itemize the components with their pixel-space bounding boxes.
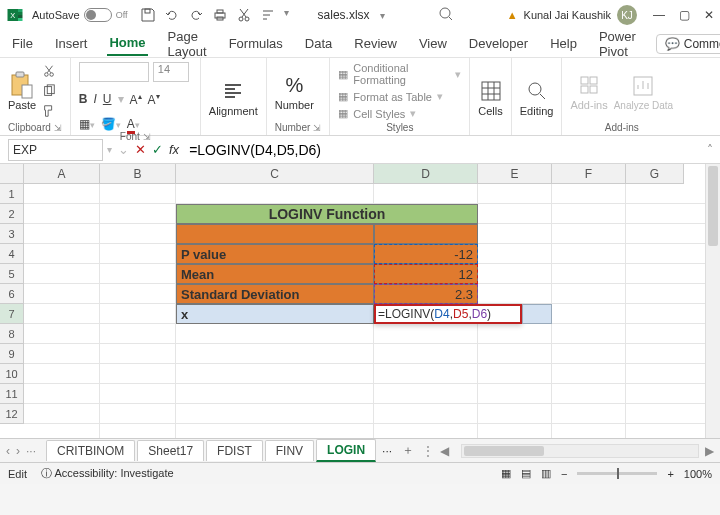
toggle-off-icon[interactable]	[84, 8, 112, 22]
col-header[interactable]: A	[24, 164, 100, 184]
tab-review[interactable]: Review	[352, 32, 399, 55]
editing-button[interactable]: Editing	[520, 79, 554, 117]
font-size-select[interactable]: 14	[153, 62, 189, 82]
formula-bar-input[interactable]	[185, 139, 700, 161]
cell[interactable]	[522, 304, 552, 324]
tab-developer[interactable]: Developer	[467, 32, 530, 55]
number-format-button[interactable]: % Number	[275, 73, 314, 111]
sheet-tab[interactable]: FINV	[265, 440, 314, 461]
row-header[interactable]: 12	[0, 404, 24, 424]
tab-help[interactable]: Help	[548, 32, 579, 55]
cell-d4[interactable]: -12	[374, 244, 478, 264]
cell-title[interactable]: LOGINV Function	[176, 204, 478, 224]
row-header[interactable]: 2	[0, 204, 24, 224]
cells-area[interactable]: LOGINV Function P value -12 Mean 12 Stan…	[24, 184, 720, 438]
cell[interactable]	[176, 224, 374, 244]
row-header[interactable]: 5	[0, 264, 24, 284]
redo-icon[interactable]	[188, 7, 204, 23]
cell-d5[interactable]: 12	[374, 264, 478, 284]
print-icon[interactable]	[212, 7, 228, 23]
enter-formula-icon[interactable]: ✓	[152, 142, 163, 157]
sheet-tab[interactable]: FDIST	[206, 440, 263, 461]
underline-button[interactable]: U	[103, 92, 112, 107]
copy-icon[interactable]	[42, 84, 58, 100]
name-box[interactable]: EXP	[8, 139, 103, 161]
cell-label[interactable]: Standard Deviation	[176, 284, 374, 304]
cut-icon[interactable]	[42, 64, 58, 80]
user-account[interactable]: ▲ Kunal Jai Kaushik KJ	[507, 5, 637, 25]
row-header[interactable]: 8	[0, 324, 24, 344]
autosave-toggle[interactable]: AutoSave Off	[32, 8, 128, 22]
comments-button[interactable]: 💬 Comments	[656, 34, 720, 54]
col-header[interactable]: D	[374, 164, 478, 184]
undo-icon[interactable]	[164, 7, 180, 23]
horizontal-scrollbar[interactable]	[461, 444, 699, 458]
format-as-table-button[interactable]: ▦Format as Table▾	[338, 90, 461, 103]
zoom-in-icon[interactable]: +	[667, 468, 673, 480]
minimize-icon[interactable]: —	[653, 8, 665, 22]
cell-d7-editing[interactable]: =LOGINV(D4,D5,D6)	[374, 304, 522, 324]
font-increase-icon[interactable]: A▴	[130, 92, 142, 107]
normal-view-icon[interactable]: ▦	[501, 467, 511, 480]
close-icon[interactable]: ✕	[704, 8, 714, 22]
zoom-out-icon[interactable]: −	[561, 468, 567, 480]
italic-button[interactable]: I	[93, 92, 96, 107]
select-all-button[interactable]	[0, 164, 24, 184]
tab-home[interactable]: Home	[107, 31, 147, 56]
maximize-icon[interactable]: ▢	[679, 8, 690, 22]
page-layout-view-icon[interactable]: ▤	[521, 467, 531, 480]
col-header[interactable]: B	[100, 164, 176, 184]
bold-button[interactable]: B	[79, 92, 88, 107]
save-icon[interactable]	[140, 7, 156, 23]
row-header[interactable]: 1	[0, 184, 24, 204]
tab-power-pivot[interactable]: Power Pivot	[597, 25, 638, 63]
cell-styles-button[interactable]: ▦Cell Styles▾	[338, 107, 461, 120]
col-header[interactable]: F	[552, 164, 626, 184]
zoom-level[interactable]: 100%	[684, 468, 712, 480]
cell-d6[interactable]: 2.3	[374, 284, 478, 304]
sheet-tab[interactable]: LOGIN	[316, 439, 376, 462]
border-icon[interactable]: ▦▾	[79, 117, 95, 131]
font-decrease-icon[interactable]: A▾	[148, 92, 160, 107]
tab-insert[interactable]: Insert	[53, 32, 90, 55]
cells-button[interactable]: Cells	[478, 79, 502, 117]
col-header[interactable]: G	[626, 164, 684, 184]
launcher-icon[interactable]: ⇲	[313, 123, 321, 133]
col-header[interactable]: C	[176, 164, 374, 184]
chevron-down-icon[interactable]: ⌄	[118, 142, 129, 157]
sheet-next-icon[interactable]: ›	[16, 444, 20, 458]
expand-formula-bar-icon[interactable]: ˄	[700, 143, 720, 157]
tab-formulas[interactable]: Formulas	[227, 32, 285, 55]
row-header[interactable]: 11	[0, 384, 24, 404]
cell[interactable]	[374, 224, 478, 244]
tab-view[interactable]: View	[417, 32, 449, 55]
row-header[interactable]: 4	[0, 244, 24, 264]
row-header[interactable]: 3	[0, 224, 24, 244]
fx-icon[interactable]: fx	[169, 142, 179, 157]
sheet-tab[interactable]: Sheet17	[137, 440, 204, 461]
vertical-scrollbar[interactable]	[705, 164, 720, 438]
cell-label[interactable]: P value	[176, 244, 374, 264]
format-painter-icon[interactable]	[42, 104, 58, 120]
font-name-select[interactable]	[79, 62, 149, 82]
cell-label[interactable]: Mean	[176, 264, 374, 284]
col-header[interactable]: E	[478, 164, 552, 184]
launcher-icon[interactable]: ⇲	[54, 123, 62, 133]
zoom-slider[interactable]	[577, 472, 657, 475]
new-sheet-button[interactable]: ＋	[402, 442, 414, 459]
font-color-icon[interactable]: A▾	[127, 117, 140, 131]
sheet-tab[interactable]: CRITBINOM	[46, 440, 135, 461]
tab-data[interactable]: Data	[303, 32, 334, 55]
sheet-more-icon[interactable]: ···	[26, 444, 36, 458]
alignment-button[interactable]: Alignment	[209, 79, 258, 117]
cell-label[interactable]: x	[176, 304, 374, 324]
tab-page-layout[interactable]: Page Layout	[166, 25, 209, 63]
page-break-view-icon[interactable]: ▥	[541, 467, 551, 480]
sheet-overflow[interactable]: ···	[378, 444, 396, 458]
analyze-data-button[interactable]: Analyze Data	[614, 74, 673, 111]
search-icon[interactable]	[438, 6, 454, 25]
sort-icon[interactable]	[260, 7, 276, 23]
row-header[interactable]: 9	[0, 344, 24, 364]
tab-file[interactable]: File	[10, 32, 35, 55]
addins-button[interactable]: Add-ins	[570, 73, 607, 111]
